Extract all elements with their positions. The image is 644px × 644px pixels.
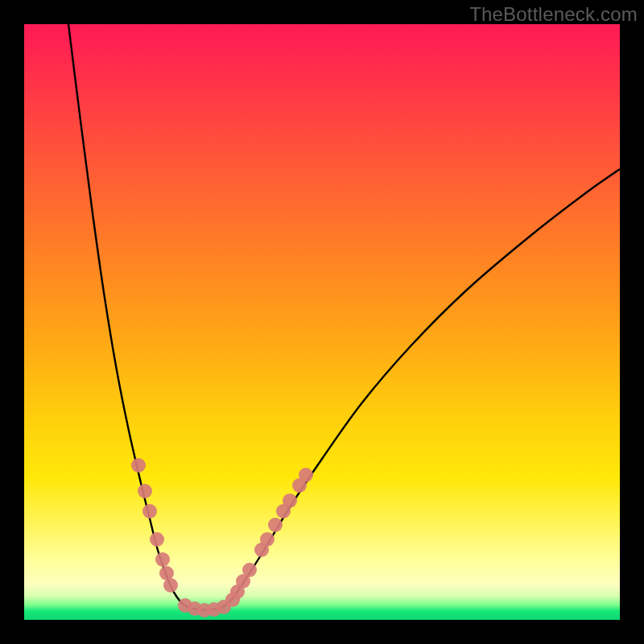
watermark-text: TheBottleneck.com bbox=[469, 3, 638, 26]
curve-dot bbox=[268, 518, 283, 532]
curve-dot bbox=[163, 578, 178, 592]
chart-frame: TheBottleneck.com bbox=[0, 0, 644, 644]
curve-dot bbox=[142, 504, 157, 518]
curve-dot bbox=[242, 563, 257, 577]
bottleneck-curve bbox=[68, 24, 620, 610]
curve-dot bbox=[283, 493, 297, 508]
curve-dot bbox=[138, 484, 152, 498]
curve-dot bbox=[131, 458, 146, 473]
curve-dot bbox=[150, 532, 164, 547]
curve-dot bbox=[260, 532, 275, 547]
plot-area bbox=[24, 24, 620, 620]
curve-dot bbox=[299, 468, 313, 482]
curve-dot bbox=[155, 552, 170, 567]
curve-dots bbox=[131, 458, 313, 617]
curve-layer bbox=[24, 24, 620, 620]
